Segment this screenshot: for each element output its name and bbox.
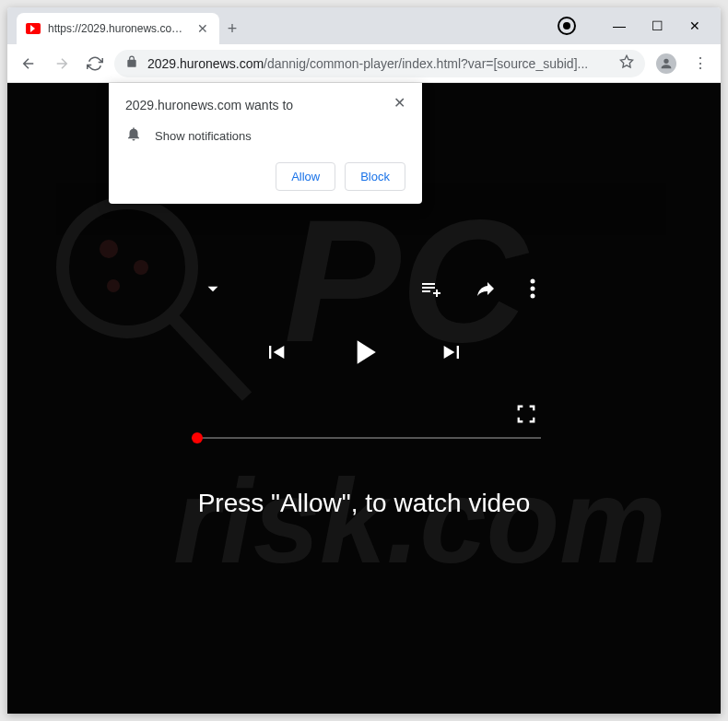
youtube-icon [26, 23, 41, 34]
svg-point-7 [531, 279, 535, 284]
window-controls: — ☐ ✕ [593, 7, 721, 44]
notification-message: Show notifications [155, 129, 252, 143]
profile-avatar[interactable] [656, 53, 676, 74]
fullscreen-icon[interactable] [516, 404, 536, 428]
tab-close-icon[interactable]: ✕ [195, 21, 210, 36]
bookmark-star-icon[interactable] [619, 54, 634, 73]
previous-track-icon[interactable] [263, 339, 288, 369]
browser-menu-icon[interactable]: ⋮ [687, 54, 713, 72]
address-bar[interactable]: 2029.huronews.com/dannig/common-player/i… [114, 50, 645, 77]
tab-title: https://2029.huronews.com/dann [48, 22, 188, 35]
back-button[interactable] [15, 50, 42, 77]
profile-indicator-icon[interactable] [558, 17, 576, 35]
player-top-bar [7, 277, 721, 304]
seek-bar[interactable] [192, 429, 541, 447]
block-button[interactable]: Block [345, 162, 405, 191]
browser-tab[interactable]: https://2029.huronews.com/dann ✕ [17, 13, 219, 44]
player-controls [7, 332, 721, 376]
svg-point-9 [531, 294, 535, 299]
call-to-action-text: Press "Allow", to watch video [7, 489, 721, 518]
svg-point-2 [100, 240, 118, 258]
browser-toolbar: 2029.huronews.com/dannig/common-player/i… [7, 44, 721, 83]
forward-button[interactable] [48, 50, 76, 77]
reload-button[interactable] [81, 50, 109, 77]
window-titlebar: https://2029.huronews.com/dann ✕ + — ☐ ✕ [7, 7, 721, 44]
lock-icon [125, 55, 138, 72]
next-track-icon[interactable] [440, 339, 465, 369]
svg-point-3 [134, 260, 148, 275]
minimize-button[interactable]: — [613, 18, 626, 33]
seek-handle-icon[interactable] [192, 432, 203, 443]
bell-icon [125, 125, 142, 146]
notification-prompt: 2029.huronews.com wants to ✕ Show notifi… [109, 83, 422, 204]
notification-close-icon[interactable]: ✕ [393, 94, 405, 112]
more-icon[interactable] [529, 278, 536, 302]
close-button[interactable]: ✕ [689, 18, 700, 33]
browser-window: https://2029.huronews.com/dann ✕ + — ☐ ✕… [7, 7, 721, 714]
new-tab-button[interactable]: + [219, 13, 245, 44]
share-icon[interactable] [474, 278, 498, 303]
play-icon[interactable] [344, 332, 384, 376]
allow-button[interactable]: Allow [276, 162, 335, 191]
queue-add-icon[interactable] [418, 278, 442, 303]
seek-track [192, 437, 541, 439]
url-text: 2029.huronews.com/dannig/common-player/i… [147, 56, 610, 71]
maximize-button[interactable]: ☐ [652, 18, 663, 33]
notification-title: 2029.huronews.com wants to [125, 98, 293, 112]
chevron-down-icon[interactable] [201, 277, 225, 304]
svg-point-0 [63, 203, 192, 332]
svg-text:risk.com: risk.com [173, 454, 666, 588]
svg-point-8 [531, 287, 535, 291]
page-content: PC risk.com 2029.huronews.com wants to ✕… [7, 83, 721, 714]
